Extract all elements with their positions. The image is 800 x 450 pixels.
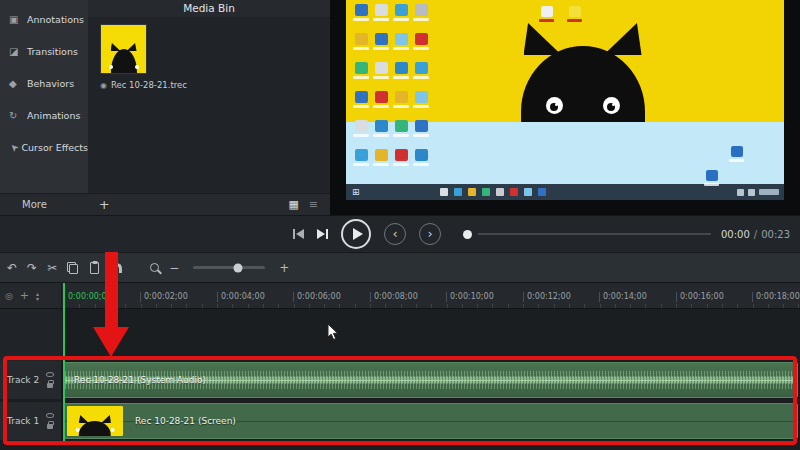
panel-footer: More + ▦ ≡	[0, 193, 330, 215]
redo-button[interactable]: ↷	[27, 261, 37, 275]
tools-sidebar: ▣ Annotations ◪ Transitions ◆ Behaviors …	[0, 0, 88, 193]
sidebar-item-transitions[interactable]: ◪ Transitions	[0, 35, 88, 67]
desktop-icon	[353, 62, 369, 91]
media-thumbnail[interactable]	[100, 24, 147, 74]
ruler-tick: 0:00:12;00	[523, 292, 571, 302]
play-button[interactable]	[341, 219, 371, 249]
sidebar-item-annotations[interactable]: ▣ Annotations	[0, 3, 88, 35]
track-name: Track 2	[7, 375, 46, 385]
track-visibility-icon[interactable]	[46, 372, 54, 377]
zoom-in-button[interactable]: +	[279, 261, 289, 275]
tray-icon	[737, 189, 744, 196]
snap-magnet-button[interactable]	[111, 263, 122, 273]
sidebar-item-cursor-effects[interactable]: ➤ Cursor Effects	[0, 131, 88, 163]
playback-bar: ‹ › 00:00/00:23	[0, 215, 800, 252]
desktop-icon	[413, 91, 429, 120]
desktop-icon	[393, 4, 409, 33]
desktop-icon	[353, 149, 369, 178]
record-indicator-icon: ◎	[5, 291, 13, 301]
ruler-tick: 0:00:02;00	[140, 292, 188, 302]
cut-button[interactable]: ✂	[47, 261, 57, 275]
time-display: 00:00/00:23	[721, 229, 790, 240]
taskbar-icons	[440, 188, 546, 196]
previous-frame-button[interactable]	[293, 229, 304, 239]
desktop-icon	[393, 91, 409, 120]
jump-forward-button[interactable]: ›	[419, 223, 441, 245]
sidebar-item-label: Cursor Effects	[21, 142, 88, 153]
timeline-empty-area[interactable]	[0, 309, 800, 361]
sidebar-item-label: Behaviors	[27, 78, 74, 89]
top-area: ▣ Annotations ◪ Transitions ◆ Behaviors …	[0, 0, 800, 215]
track-lock-icon[interactable]	[47, 424, 53, 429]
track-visibility-icon[interactable]	[46, 413, 54, 418]
desktop-icon	[373, 4, 389, 33]
desktop-icon	[393, 149, 409, 178]
ruler-tick: 0:00:14;00	[599, 292, 647, 302]
ruler-tick: 0:00:16;00	[676, 292, 724, 302]
camtasia-window: ▣ Annotations ◪ Transitions ◆ Behaviors …	[0, 0, 800, 450]
zoom-out-button[interactable]: −	[169, 261, 179, 275]
grid-view-icon[interactable]: ▦	[288, 198, 298, 211]
recording-icon: ◉	[100, 81, 107, 90]
copy-button[interactable]	[67, 262, 78, 274]
zoom-slider[interactable]	[193, 266, 265, 269]
desktop-icon	[729, 146, 744, 162]
desktop-icon	[353, 33, 369, 62]
undo-button[interactable]: ↶	[7, 261, 17, 275]
taskbar-app-icon	[468, 188, 476, 196]
timeline-ruler: ◎ + ▴▾ 0:00:00;00 0:00:02;00 0:00:04;00 …	[0, 283, 800, 309]
desktop-icon	[353, 120, 369, 149]
ruler-scale[interactable]: 0:00:00;00 0:00:02;00 0:00:04;00 0:00:06…	[62, 283, 800, 308]
track-1-header[interactable]: Track 1	[0, 402, 62, 440]
track-2-header[interactable]: Track 2	[0, 361, 62, 399]
jump-back-button[interactable]: ‹	[384, 223, 406, 245]
taskbar-app-icon	[524, 188, 532, 196]
desktop-icon-grid	[351, 4, 431, 178]
sidebar-item-label: Annotations	[27, 14, 84, 25]
track-controls	[46, 413, 54, 429]
step-forward-button[interactable]	[317, 229, 328, 239]
total-time: 00:23	[761, 229, 790, 240]
track-gutter-header: ◎ + ▴▾	[0, 283, 62, 308]
paste-button[interactable]	[90, 262, 99, 274]
media-item-row[interactable]: ◉ Rec 10-28-21.trec	[100, 80, 330, 90]
track-lock-icon[interactable]	[47, 383, 53, 388]
more-tab[interactable]: More	[22, 199, 47, 210]
sidebar-item-animations[interactable]: ↻ Animations	[0, 99, 88, 131]
annotations-icon: ▣	[9, 14, 24, 25]
desktop-icon	[353, 4, 369, 33]
cat-ear	[524, 23, 562, 55]
track-1-lane[interactable]: Rec 10-28-21 (Screen)	[62, 402, 800, 440]
preview-canvas[interactable]: ⊞	[346, 0, 784, 200]
track-height-toggle[interactable]: ▴▾	[36, 291, 39, 301]
list-view-icon[interactable]: ≡	[309, 198, 318, 211]
desktop-icon	[413, 4, 429, 33]
media-bin-title: Media Bin	[88, 0, 330, 17]
scrubber-handle[interactable]	[463, 230, 472, 239]
transport-controls: ‹ ›	[293, 219, 441, 249]
scrubber-track[interactable]	[478, 233, 711, 235]
clip-screen-recording[interactable]: Rec 10-28-21 (Screen)	[64, 403, 798, 439]
cat-ear	[604, 23, 642, 55]
zoom-slider-handle[interactable]	[233, 263, 242, 272]
cat-eye	[603, 97, 620, 114]
ruler-tick: 0:00:06;00	[293, 292, 341, 302]
windows-start-icon: ⊞	[352, 187, 360, 197]
desktop-icon	[373, 91, 389, 120]
track-name: Track 1	[7, 416, 46, 426]
timeline-panel: ◎ + ▴▾ 0:00:00;00 0:00:02;00 0:00:04;00 …	[0, 282, 800, 450]
preview-panel: ⊞	[330, 0, 800, 215]
clip-system-audio[interactable]: Rec 10-28-21 (System Audio)	[64, 362, 798, 398]
sidebar-item-behaviors[interactable]: ◆ Behaviors	[0, 67, 88, 99]
cat-head	[521, 46, 645, 122]
playhead[interactable]	[63, 283, 65, 445]
add-track-button[interactable]: +	[20, 289, 29, 302]
media-bin-item[interactable]: ◉ Rec 10-28-21.trec	[100, 24, 330, 90]
track-2-lane[interactable]: Rec 10-28-21 (System Audio)	[62, 361, 800, 399]
desktop-icon	[373, 120, 389, 149]
clip-label: Rec 10-28-21 (Screen)	[135, 416, 236, 426]
taskbar-app-icon	[440, 188, 448, 196]
add-media-button[interactable]: +	[99, 197, 110, 212]
taskbar-tray	[737, 189, 779, 196]
clip-label: Rec 10-28-21 (System Audio)	[74, 375, 206, 385]
